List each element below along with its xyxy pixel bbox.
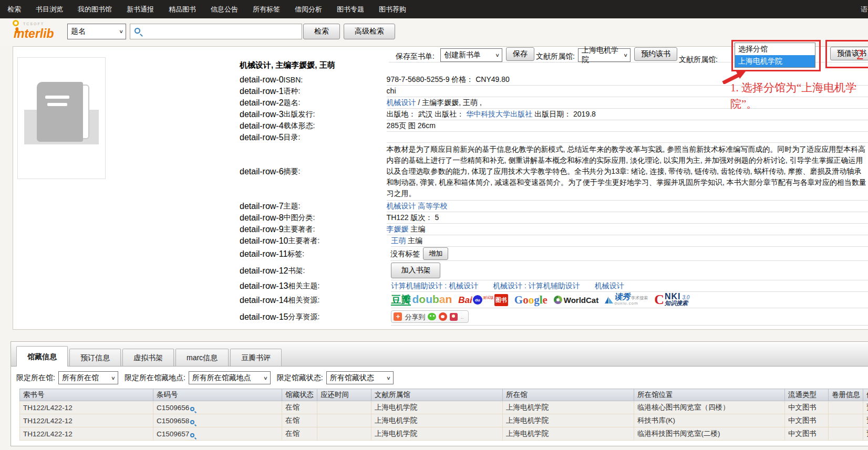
barcode-magnifier-icon[interactable]: [190, 433, 194, 437]
worldcat-swirl-icon: [554, 296, 562, 304]
save-list-value: 创建新书单: [444, 50, 481, 60]
worldcat-logo[interactable]: WorldCat: [554, 295, 598, 305]
detail-link[interactable]: 华中科技大学出版社: [466, 110, 532, 118]
annotation-step2: 2: [856, 46, 864, 63]
branch-dropdown-list[interactable]: 选择分馆 上海电机学院: [735, 43, 815, 68]
barcode-magnifier-icon[interactable]: [190, 407, 194, 411]
holdings-table: 索书号条码号馆藏状态应还时间文献所属馆所在馆所在馆位置流通类型卷册信息借TH12…: [19, 389, 868, 441]
save-list-select[interactable]: 创建新书单 ∨: [440, 48, 502, 62]
search-button[interactable]: 检索: [303, 24, 340, 39]
detail-value: 机械设计 高等学校: [387, 201, 868, 212]
cell-1-6: 科技书库(K): [634, 414, 785, 427]
add-to-shelf-button[interactable]: 加入书架: [391, 263, 440, 278]
tab-虚拟书架[interactable]: 虚拟书架: [122, 349, 174, 366]
cell-cut-0[interactable]: 预借: [863, 401, 868, 414]
search-input[interactable]: [146, 24, 298, 39]
detail-text: / 主编李媛媛, 王萌 ,: [416, 98, 482, 107]
share-widget[interactable]: +分享到..: [391, 310, 468, 323]
google-letter: g: [534, 295, 540, 305]
nav-item-我的图书馆[interactable]: 我的图书馆: [70, 0, 119, 18]
share-plus-icon[interactable]: +: [394, 312, 402, 321]
cell-2-4: 上海电机学院: [371, 427, 503, 441]
barcode-text: C1509658: [157, 417, 189, 425]
drow: detail-row-12书架:加入书架: [240, 261, 868, 280]
cnki-c-glyph: C: [654, 294, 664, 306]
drow: detail-row-10主要著者:王萌 主编: [240, 235, 868, 247]
interlib-logo[interactable]: TCSOFT interlib: [6, 20, 67, 45]
owner-lib-select[interactable]: 上海电机学院 ∨: [578, 48, 631, 62]
cell-1-5: 上海电机学院: [503, 414, 634, 427]
duxiu-sub-text: 学术搜索: [631, 296, 648, 300]
detail-value: [387, 132, 868, 143]
nav-item-新书通报[interactable]: 新书通报: [119, 0, 161, 18]
nav-item-检索[interactable]: 检索: [0, 0, 28, 18]
baidu-books-logo[interactable]: Baidu测试版图书: [458, 294, 508, 306]
google-letter: e: [542, 295, 547, 305]
wechat-icon[interactable]: [428, 313, 436, 320]
save-list-label: 保存至书单:: [396, 50, 435, 62]
detail-value: +分享到..: [391, 308, 868, 326]
detail-link[interactable]: 李媛媛: [387, 225, 409, 233]
detail-value: 285页 图 26cm: [387, 120, 868, 132]
detail-text: 出版日期： 2019.8: [532, 110, 596, 118]
cell-0-4: 上海电机学院: [371, 401, 503, 414]
cell-cut-2[interactable]: 预借: [863, 427, 868, 441]
related-topic-link[interactable]: 机械设计 : 计算机辅助设计: [493, 281, 580, 290]
nav-item-信息公告[interactable]: 信息公告: [203, 0, 245, 18]
filter-select-2[interactable]: 所有馆藏状态∨: [326, 371, 394, 384]
nav-item-精品图书[interactable]: 精品图书: [161, 0, 203, 18]
cnki-logo[interactable]: CNKI3.0知识搜索: [654, 294, 689, 306]
related-topic-link[interactable]: 机械设计: [595, 281, 624, 290]
detail-label: 中图分类:: [284, 213, 387, 223]
nav-item-书目浏览[interactable]: 书目浏览: [28, 0, 70, 18]
cell-cut-1[interactable]: 预借: [863, 414, 868, 427]
tab-豆瓣书评[interactable]: 豆瓣书评: [230, 349, 282, 366]
weibo-icon[interactable]: [439, 312, 447, 321]
add-tag-button[interactable]: 增加: [423, 247, 448, 260]
drow: detail-row-6摘要:本教材是为了顺应目前新兴的基于信息化教学的新模式,…: [240, 143, 868, 201]
save-button[interactable]: 保存: [506, 47, 534, 61]
cell-0-2: 在馆: [282, 401, 317, 414]
drow: detail-row-9主要著者:李媛媛 主编: [240, 224, 868, 235]
barcode-magnifier-icon[interactable]: [190, 420, 194, 424]
tab-馆藏信息[interactable]: 馆藏信息: [16, 346, 68, 367]
share-more[interactable]: ..: [460, 312, 463, 322]
cell-2-6: 临港科技图书阅览室(二楼): [634, 427, 785, 441]
detail-label: 目录:: [284, 132, 387, 143]
nav-item-图书荐购[interactable]: 图书荐购: [371, 0, 414, 18]
douban-letter: u: [426, 293, 432, 305]
advanced-search-button[interactable]: 高级检索: [344, 24, 395, 39]
qzone-icon[interactable]: [450, 313, 458, 321]
annotation-step1-line2: 院”。: [730, 96, 868, 112]
nav-item-所有标签[interactable]: 所有标签: [245, 0, 287, 18]
detail-link[interactable]: 王萌: [391, 236, 406, 245]
douban-letter: b: [432, 293, 439, 305]
douban-logo[interactable]: 豆瓣douban: [391, 294, 452, 306]
nav-item-借阅分析[interactable]: 借阅分析: [287, 0, 329, 18]
reserve-button[interactable]: 预约该书: [634, 47, 677, 61]
chevron-down-icon: ∨: [386, 375, 391, 381]
nav-item-图书专题[interactable]: 图书专题: [329, 0, 371, 18]
detail-link[interactable]: 机械设计: [387, 98, 416, 107]
language-link[interactable]: 语言: [861, 0, 868, 18]
drow: detail-row-7主题:机械设计 高等学校: [240, 201, 868, 212]
branch-option-selected[interactable]: 上海电机学院: [735, 55, 815, 67]
google-logo[interactable]: Google: [514, 295, 547, 305]
filter-select-1[interactable]: 所有所在馆藏地点∨: [189, 371, 271, 384]
tab-marc信息[interactable]: marc信息: [175, 349, 229, 366]
duxiu-logo[interactable]: 读秀学术搜索duxiu.com: [605, 294, 648, 306]
nav-menu: 检索书目浏览我的图书馆新书通报精品图书信息公告所有标签借阅分析图书专题图书荐购: [0, 0, 414, 18]
barcode-text: C1509657: [157, 430, 189, 438]
branch-option-placeholder[interactable]: 选择分馆: [735, 43, 815, 55]
search-field-select[interactable]: 题名 ∨: [67, 24, 126, 39]
detail-value: 李媛媛 主编: [387, 224, 868, 235]
detail-link[interactable]: 机械设计 高等学校: [387, 202, 448, 210]
duxiu-domain-text: duxiu.com: [614, 301, 648, 306]
filter-select-0[interactable]: 所有所在馆∨: [58, 371, 118, 384]
detail-label: 主要著者:: [288, 236, 391, 246]
tab-预订信息[interactable]: 预订信息: [69, 349, 121, 366]
related-topic-link[interactable]: 计算机辅助设计 : 机械设计: [391, 281, 478, 290]
cell-2-5: 上海电机学院: [503, 427, 634, 441]
cell-0-1: C1509656: [153, 401, 282, 414]
column-header-流通类型: 流通类型: [785, 389, 829, 401]
